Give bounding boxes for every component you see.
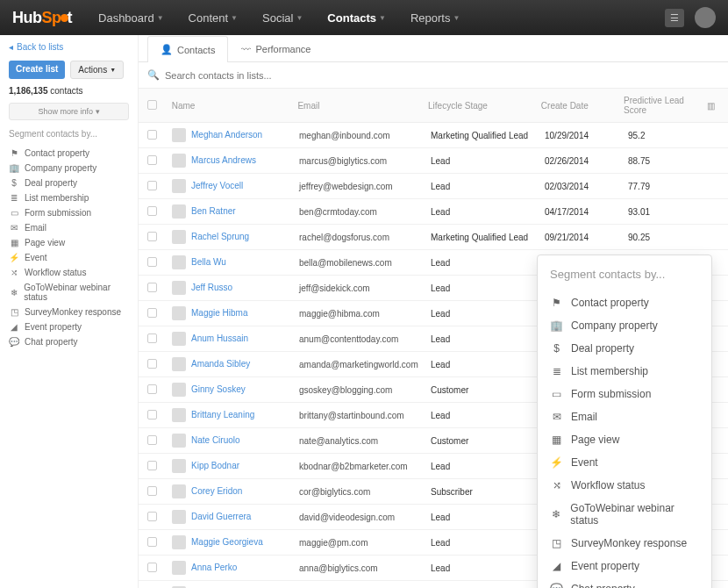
show-more-button[interactable]: Show more info ▾ — [9, 103, 129, 120]
contact-name[interactable]: Amanda Sibley — [191, 359, 250, 369]
filter-chat-property[interactable]: 💬Chat property — [9, 334, 129, 349]
contact-avatar — [172, 408, 186, 422]
contact-name[interactable]: Jeff Russo — [191, 283, 232, 292]
contact-name[interactable]: Marcus Andrews — [191, 155, 256, 165]
menu-icon[interactable]: ☰ — [665, 9, 684, 27]
contact-avatar — [172, 510, 186, 524]
row-checkbox[interactable] — [147, 410, 157, 419]
table-row[interactable]: Rachel Sprungrachel@dogsforus.comMarketi… — [139, 225, 728, 250]
create-date: 02/03/2014 — [545, 182, 628, 191]
logo[interactable]: HubSpt — [12, 9, 72, 27]
contact-name[interactable]: Ben Ratner — [191, 206, 236, 216]
back-link[interactable]: ◂ Back to lists — [9, 42, 129, 52]
filter-contact-property[interactable]: ⚑Contact property — [9, 146, 129, 161]
row-checkbox[interactable] — [147, 384, 157, 394]
row-checkbox[interactable] — [147, 333, 157, 343]
row-checkbox[interactable] — [147, 563, 157, 572]
tab-performance[interactable]: 〰Performance — [228, 35, 324, 61]
popup-icon: ≣ — [550, 365, 563, 377]
filter-deal-property[interactable]: $Deal property — [9, 176, 129, 190]
popup-item-email[interactable]: ✉Email — [550, 405, 699, 428]
row-checkbox[interactable] — [147, 206, 157, 216]
row-checkbox[interactable] — [147, 486, 157, 496]
nav-social[interactable]: Social ▼ — [262, 11, 303, 25]
lifecycle-stage: Lead — [431, 283, 545, 293]
row-checkbox[interactable] — [147, 257, 157, 267]
lifecycle-stage: Lead — [431, 538, 545, 548]
contact-name[interactable]: David Guerrera — [191, 512, 251, 521]
popup-item-event[interactable]: ⚡Event — [550, 451, 699, 474]
table-row[interactable]: Ben Ratnerben@crmtoday.comLead04/17/2014… — [139, 199, 728, 225]
search-input[interactable] — [165, 70, 719, 81]
contact-name[interactable]: Jeffrey Vocell — [191, 181, 243, 190]
table-row[interactable]: Marcus Andrewsmarcus@biglytics.comLead02… — [139, 148, 728, 174]
popup-item-deal-property[interactable]: $Deal property — [550, 337, 699, 360]
popup-item-chat-property[interactable]: 💬Chat property — [550, 577, 699, 588]
actions-button[interactable]: Actions▼ — [70, 61, 124, 79]
row-checkbox[interactable] — [147, 155, 157, 165]
contact-avatar — [172, 281, 186, 295]
contact-avatar — [172, 332, 186, 346]
contact-name[interactable]: Bella Wu — [191, 257, 226, 267]
row-checkbox[interactable] — [147, 130, 157, 140]
contact-name[interactable]: Rachel Sprung — [191, 232, 249, 241]
contact-name[interactable]: Ginny Soskey — [191, 384, 246, 394]
nav-reports[interactable]: Reports ▼ — [410, 11, 460, 25]
popup-item-company-property[interactable]: 🏢Company property — [550, 314, 699, 337]
filter-page-view[interactable]: ▦Page view — [9, 235, 129, 250]
row-checkbox[interactable] — [147, 308, 157, 318]
lifecycle-stage: Lead — [431, 182, 545, 191]
row-checkbox[interactable] — [147, 181, 157, 190]
popup-item-contact-property[interactable]: ⚑Contact property — [550, 291, 699, 314]
row-checkbox[interactable] — [147, 537, 157, 547]
popup-item-page-view[interactable]: ▦Page view — [550, 428, 699, 451]
contact-name[interactable]: Anum Hussain — [191, 333, 248, 343]
table-header: Name Email Lifecycle Stage Create Date P… — [139, 89, 728, 123]
contact-name[interactable]: Corey Eridon — [191, 486, 242, 496]
contact-name[interactable]: Brittany Leaning — [191, 410, 254, 419]
contact-email: brittany@startinbound.com — [299, 411, 431, 420]
filter-email[interactable]: ✉Email — [9, 220, 129, 235]
row-checkbox[interactable] — [147, 435, 157, 445]
contact-name[interactable]: Meghan Anderson — [191, 130, 262, 140]
filter-event[interactable]: ⚡Event — [9, 250, 129, 265]
popup-item-gotowebinar-webinar-status[interactable]: ❄GoToWebinar webinar status — [550, 497, 699, 532]
row-checkbox[interactable] — [147, 359, 157, 369]
popup-item-workflow-status[interactable]: ⤭Workflow status — [550, 474, 699, 497]
contact-avatar — [172, 306, 186, 320]
popup-icon: ⚑ — [550, 297, 563, 309]
popup-item-list-membership[interactable]: ≣List membership — [550, 360, 699, 383]
contact-name[interactable]: Anna Perko — [191, 563, 237, 572]
contact-name[interactable]: Maggie Georgieva — [191, 537, 263, 547]
popup-item-form-submission[interactable]: ▭Form submission — [550, 383, 699, 405]
filter-surveymonkey-response[interactable]: ◳SurveyMonkey response — [9, 305, 129, 319]
table-row[interactable]: Jeffrey Vocelljeffrey@webdesign.comLead0… — [139, 174, 728, 199]
contact-name[interactable]: Nate Ciruolo — [191, 435, 240, 445]
nav-content[interactable]: Content ▼ — [189, 11, 238, 25]
nav-dashboard[interactable]: Dashboard ▼ — [98, 11, 164, 25]
row-checkbox[interactable] — [147, 461, 157, 470]
columns-icon[interactable]: ▥ — [702, 101, 719, 111]
filter-form-submission[interactable]: ▭Form submission — [9, 205, 129, 220]
lifecycle-stage: Lead — [431, 360, 545, 369]
contact-count: 1,186,135 contacts — [9, 86, 129, 96]
row-checkbox[interactable] — [147, 512, 157, 521]
user-avatar[interactable] — [695, 7, 716, 28]
filter-workflow-status[interactable]: ⤭Workflow status — [9, 265, 129, 280]
filter-gotowebinar-webinar-status[interactable]: ❄GoToWebinar webinar status — [9, 280, 129, 305]
select-all-checkbox[interactable] — [147, 100, 157, 110]
popup-item-surveymonkey-response[interactable]: ◳SurveyMonkey response — [550, 532, 699, 555]
contact-name[interactable]: Kipp Bodnar — [191, 461, 239, 470]
popup-item-event-property[interactable]: ◢Event property — [550, 555, 699, 577]
row-checkbox[interactable] — [147, 283, 157, 292]
create-list-button[interactable]: Create list — [9, 61, 65, 79]
contact-email: david@videodesign.com — [299, 513, 431, 522]
nav-contacts[interactable]: Contacts ▼ — [327, 11, 386, 25]
filter-company-property[interactable]: 🏢Company property — [9, 161, 129, 176]
filter-list-membership[interactable]: ≣List membership — [9, 190, 129, 205]
filter-event-property[interactable]: ◢Event property — [9, 319, 129, 334]
row-checkbox[interactable] — [147, 232, 157, 241]
contact-name[interactable]: Maggie Hibma — [191, 308, 247, 318]
tab-contacts[interactable]: 👤Contacts — [147, 36, 228, 62]
table-row[interactable]: Meghan Andersonmeghan@inbound.comMarketi… — [139, 123, 728, 148]
